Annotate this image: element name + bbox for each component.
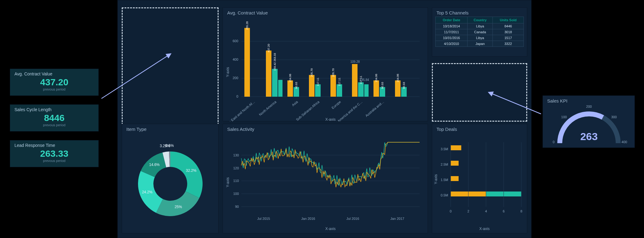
svg-text:0: 0: [236, 95, 238, 98]
chart-title: Sales KPI: [543, 96, 634, 105]
svg-text:159.42 263.33: 159.42 263.33: [273, 53, 276, 71]
svg-text:130: 130: [233, 153, 239, 157]
kpi-lead-response-time[interactable]: Lead Response Time 263.33 prevous period: [10, 140, 99, 167]
hbar-svg: Y-axis 3.5M2.5M1.5M0.5M 02468 X-axis: [432, 133, 527, 232]
svg-text:400: 400: [233, 58, 238, 61]
svg-text:437.20: 437.20: [267, 44, 270, 53]
kpi-value: 437.20: [14, 77, 94, 87]
svg-text:90.93: 90.93: [402, 82, 405, 89]
svg-text:Y-axis: Y-axis: [226, 67, 230, 77]
svg-text:Jul 2015: Jul 2015: [257, 217, 270, 220]
kpi-label: Lead Response Time: [14, 143, 94, 148]
chart-top-deals[interactable]: Top Deals Y-axis 3.5M2.5M1.5M0.5M 02468 …: [432, 124, 527, 233]
svg-text:2: 2: [467, 209, 469, 213]
panel-top-5-channels[interactable]: Top 5 Channels Order DateCountryUnits So…: [432, 7, 527, 57]
svg-rect-34: [373, 80, 379, 97]
svg-text:Y-axis: Y-axis: [434, 174, 438, 184]
svg-text:0.5M: 0.5M: [441, 193, 448, 197]
svg-rect-20: [309, 75, 314, 97]
svg-text:Jan 2017: Jan 2017: [390, 217, 404, 220]
svg-text:110: 110: [233, 179, 239, 183]
svg-text:8: 8: [520, 209, 522, 213]
svg-text:X-axis: X-axis: [479, 227, 489, 231]
svg-rect-78: [451, 176, 459, 181]
svg-text:100: 100: [233, 192, 239, 196]
svg-text:205.70: 205.70: [332, 68, 335, 77]
svg-text:154.06: 154.06: [289, 74, 292, 83]
svg-text:1.5M: 1.5M: [441, 178, 448, 182]
panel-sales-kpi[interactable]: Sales KPI 263 0100200300400: [543, 95, 635, 148]
donut-svg: 32.2%25%24.2%14.6%3.29%0.6%: [122, 133, 219, 232]
svg-text:3.5M: 3.5M: [441, 147, 448, 151]
kpi-sub: prevous period: [14, 123, 94, 127]
chart-title: Avg. Contract Value: [223, 8, 428, 17]
chart-sales-activity[interactable]: Sales Activity Y-axis 90100110120130 Jul…: [223, 124, 428, 233]
svg-text:90.93: 90.93: [295, 82, 298, 89]
svg-text:205.70: 205.70: [310, 68, 313, 77]
svg-text:0: 0: [553, 140, 555, 144]
svg-text:135.84: 135.84: [360, 78, 369, 82]
svg-rect-13: [272, 69, 278, 97]
svg-text:Sub-Saharan Africa: Sub-Saharan Africa: [295, 100, 320, 121]
line-chart-svg: Y-axis 90100110120130 Jul 2015Jan 2016Ju…: [223, 133, 428, 232]
svg-text:120: 120: [233, 166, 239, 170]
svg-rect-24: [330, 75, 336, 97]
svg-text:6: 6: [503, 209, 504, 213]
svg-rect-9: [244, 28, 250, 97]
svg-text:Jan 2016: Jan 2016: [301, 217, 315, 220]
svg-text:200: 200: [233, 76, 238, 80]
kpi-label: Sales Cycle Length: [14, 107, 94, 112]
svg-text:300: 300: [611, 115, 617, 119]
svg-text:117.11: 117.11: [316, 78, 319, 86]
svg-text:Australia and…: Australia and…: [365, 100, 385, 118]
svg-text:255.28: 255.28: [246, 21, 249, 30]
svg-rect-11: [266, 50, 271, 97]
chart-title: Top Deals: [432, 124, 527, 133]
kpi-sales-cycle-length[interactable]: Sales Cycle Length 8446 prevous period: [10, 104, 99, 131]
svg-text:North America: North America: [258, 100, 277, 117]
svg-text:24.2%: 24.2%: [142, 190, 152, 194]
svg-text:X-axis: X-axis: [325, 227, 335, 231]
svg-rect-74: [451, 145, 461, 150]
svg-text:90.93: 90.93: [381, 82, 384, 89]
svg-text:600: 600: [233, 39, 238, 43]
svg-rect-38: [395, 80, 401, 97]
chart-title: Item Type: [122, 124, 218, 133]
kpi-value: 263.33: [14, 148, 94, 159]
svg-text:400: 400: [622, 140, 627, 144]
svg-rect-15: [278, 80, 282, 97]
kpi-sub: prevous period: [14, 87, 94, 91]
kpi-value: 8446: [14, 113, 94, 123]
svg-text:Europe: Europe: [331, 100, 342, 110]
svg-text:154.06: 154.06: [396, 74, 399, 83]
svg-text:4: 4: [485, 209, 487, 213]
svg-text:14.6%: 14.6%: [149, 163, 160, 167]
svg-text:0.6%: 0.6%: [165, 143, 174, 148]
chart-title: Top 5 Channels: [432, 8, 527, 17]
svg-text:117.11: 117.11: [338, 78, 341, 86]
kpi-avg-contract-value[interactable]: Avg. Contract Value 437.20 prevous perio…: [10, 69, 99, 96]
chart-avg-contract-value[interactable]: Avg. Contract Value Y-axis 0 200 400 600…: [223, 7, 428, 121]
svg-text:Y-axis: Y-axis: [226, 177, 230, 187]
svg-rect-76: [451, 161, 459, 166]
svg-rect-28: [352, 64, 358, 97]
svg-text:90: 90: [235, 205, 239, 208]
chart-item-type[interactable]: Item Type 32.2%25%24.2%14.6%3.29%0.6%: [122, 124, 219, 233]
svg-text:Middle East and North Af…: Middle East and North Af…: [223, 100, 255, 121]
svg-text:Jul 2016: Jul 2016: [346, 217, 359, 220]
gauge-svg: 263 0100200300400: [543, 105, 635, 148]
svg-text:200: 200: [586, 105, 592, 108]
svg-rect-16: [287, 80, 293, 97]
svg-text:263: 263: [580, 131, 598, 142]
svg-text:X-axis: X-axis: [325, 117, 335, 121]
svg-text:109.28: 109.28: [350, 60, 360, 63]
kpi-label: Avg. Contract Value: [14, 71, 94, 76]
svg-text:2.5M: 2.5M: [441, 163, 448, 166]
bar-chart-svg: Y-axis 0 200 400 600 255.28437.20159.42 …: [223, 17, 428, 121]
svg-rect-31: [364, 84, 369, 97]
svg-text:Asia: Asia: [291, 100, 299, 107]
svg-text:25%: 25%: [175, 205, 182, 209]
kpi-sub: prevous period: [14, 159, 94, 163]
channels-table: Order DateCountryUnits Sold 10/18/2014Li…: [435, 17, 524, 47]
svg-text:32.2%: 32.2%: [186, 168, 196, 173]
